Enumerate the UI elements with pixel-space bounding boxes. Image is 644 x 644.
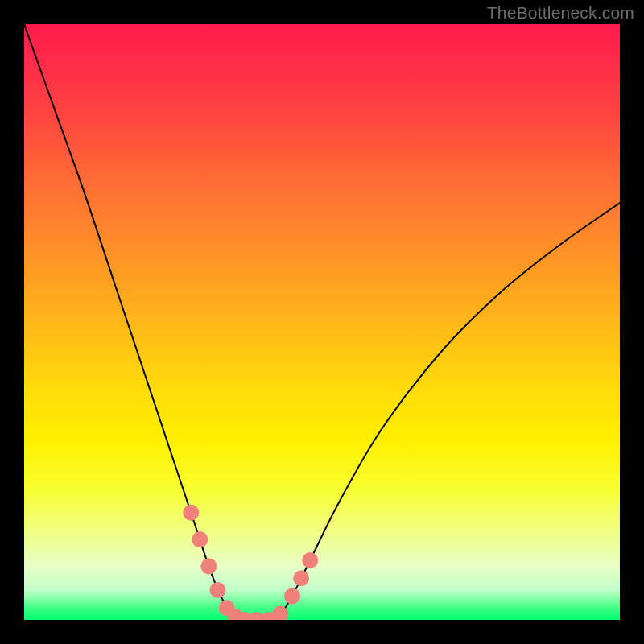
highlight-marker xyxy=(192,531,208,547)
highlight-marker xyxy=(183,505,199,521)
watermark-text: TheBottleneck.com xyxy=(487,3,634,23)
plot-area xyxy=(24,24,620,620)
highlight-marker xyxy=(200,558,217,574)
chart-frame: TheBottleneck.com xyxy=(0,0,644,644)
highlight-marker xyxy=(210,582,226,598)
chart-svg xyxy=(24,24,620,620)
highlight-marker xyxy=(293,570,309,586)
highlight-markers xyxy=(183,505,318,620)
highlight-marker xyxy=(284,588,300,604)
highlight-marker xyxy=(302,552,318,568)
bottleneck-curve xyxy=(24,24,620,620)
